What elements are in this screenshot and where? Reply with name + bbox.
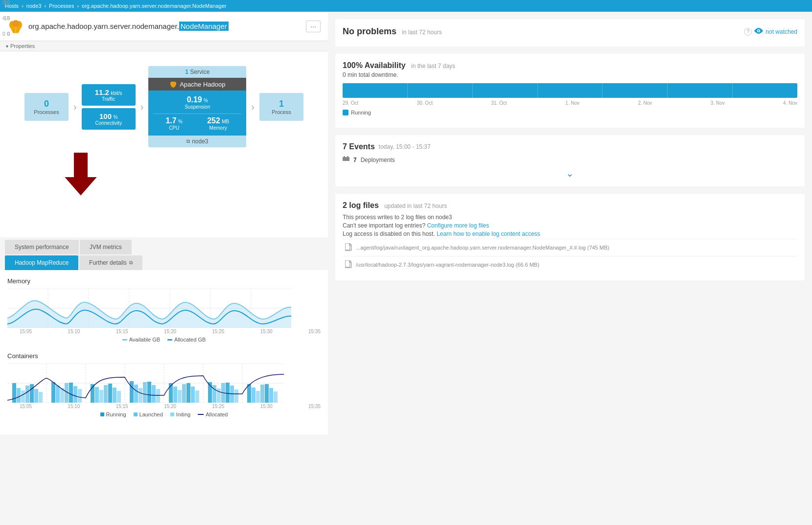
enable-log-link[interactable]: Learn how to enable log content access [437,230,540,237]
chevron-down-icon[interactable]: ⌄ [343,167,797,179]
svg-rect-65 [212,385,216,403]
properties-label: Properties [10,43,35,49]
tab-system-performance[interactable]: System performance [5,240,79,254]
left-panel: org.apache.hadoop.yarn.server.nodemanage… [0,12,328,525]
svg-rect-56 [156,389,160,403]
diagram-area: 0 Processes › 11.2 kbit/s Traffic 100 % … [0,51,328,237]
timeline-dates: 29. Oct30. Oct31. Oct1. Nov2. Nov3. Nov4… [343,100,797,106]
tab-further-details[interactable]: Further details ⧉ [79,255,142,270]
arrow-right-3: › [251,101,255,113]
svg-rect-40 [69,383,73,403]
breadcrumb-nodemanager[interactable]: org.apache.hadoop.yarn.server.nodemanage… [82,3,226,9]
deployments-row: 7 Deployments [343,156,797,163]
service-label-box[interactable]: 1 Service [148,66,246,78]
connectivity-metric[interactable]: 100 % Connectivity [82,108,136,130]
tabs-row-2: Hadoop MapReduce Further details ⧉ [5,255,323,270]
tab-hadoop-mapreduce[interactable]: Hadoop MapReduce [5,255,78,270]
no-problems-left: No problems in last 72 hours [343,26,442,37]
connectivity-label: Connectivity [88,120,130,126]
svg-point-9 [172,82,175,85]
cpu-memory-row: 1.7 % CPU 252 MB Memory [153,116,241,131]
svg-rect-47 [108,384,112,403]
svg-rect-76 [269,388,273,403]
breadcrumb: Hosts › node3 › Processes › org.apache.h… [0,0,812,12]
hadoop-small-icon [169,80,177,88]
legend-initing: Initing [170,411,190,417]
no-problems-card: No problems in last 72 hours ? not watch… [335,19,805,46]
svg-rect-71 [247,384,251,403]
processes-box[interactable]: 0 Processes [24,93,69,121]
svg-point-4 [12,26,15,33]
no-problems-subtitle: in last 72 hours [402,29,441,36]
process-box[interactable]: 1 Process [259,93,303,121]
running-indicator [343,110,348,115]
memory-x-axis: 15:0515:1015:1515:2015:2515:3015:35 [7,329,321,334]
svg-rect-34 [34,389,38,403]
timeline-legend: Running [343,110,797,115]
events-subtitle: today, 15:00 - 15:37 [379,143,431,150]
svg-rect-45 [99,390,103,403]
process-label: Process [267,109,296,115]
events-header: 7 Events today, 15:00 - 15:37 [343,142,797,151]
properties-bar[interactable]: ▾ Properties [0,41,328,51]
suspension-metric: 0.19 % Suspension [185,95,210,110]
memory-chart-section: Memory 10 5 0 [7,277,321,342]
svg-rect-82 [347,156,348,157]
traffic-label: Traffic [88,96,130,102]
svg-rect-63 [195,390,199,403]
breadcrumb-processes[interactable]: Processes [49,3,74,9]
svg-rect-35 [39,392,43,403]
process-header: org.apache.hadoop.yarn.server.nodemanage… [0,12,328,41]
svg-marker-10 [64,152,98,196]
legend-allocated: Allocated [198,411,228,417]
charts-area: Memory 10 5 0 [0,270,328,434]
svg-rect-70 [234,389,238,403]
memory-chart-svg [7,289,291,328]
apache-hadoop-box[interactable]: Apache Hadoop [148,78,246,91]
configure-log-link[interactable]: Configure more log files [427,222,489,229]
service-container: 1 Service Apache Hadoop [148,66,246,147]
log-files-subtitle: updated in last 72 hours [384,203,447,209]
tab-jvm-metrics[interactable]: JVM metrics [80,240,132,254]
svg-rect-68 [226,383,230,403]
more-button[interactable]: ··· [306,21,321,32]
processes-count: 0 [32,99,61,109]
containers-x-axis: 15:0515:1015:1515:2015:2515:3015:35 [7,404,321,409]
svg-rect-61 [186,383,190,403]
metrics-box[interactable]: 0.19 % Suspension 1.7 % CPU [148,91,246,136]
help-icon: ? [744,28,752,36]
traffic-metric[interactable]: 11.2 kbit/s Traffic [82,84,136,106]
apache-hadoop-label: Apache Hadoop [180,81,225,88]
deployments-icon [343,156,349,163]
legend-running: Running [100,411,126,417]
service-count: 1 [185,68,188,75]
containers-chart-section: Containers 20 10 0 [7,352,321,417]
log-info-line3: Log access is disabled on this host. Lea… [343,230,797,237]
right-panel: No problems in last 72 hours ? not watch… [328,12,812,525]
svg-rect-46 [104,385,108,403]
svg-rect-49 [117,391,121,403]
svg-rect-59 [178,390,182,403]
log-info-line2: Can't see important log entries? Configu… [343,222,797,229]
watch-area[interactable]: ? not watched [744,28,797,36]
log-file-row-1[interactable]: ...agent/log/java/ruxitagent_org.apache.… [343,239,797,256]
svg-rect-41 [73,386,77,403]
node-box[interactable]: ⧉ node3 [148,136,246,147]
deployments-count: 7 [353,157,357,163]
tabs-container: System performance JVM metrics Hadoop Ma… [0,237,328,270]
traffic-unit: kbit/s [111,91,122,96]
no-problems-header: No problems in last 72 hours ? not watch… [343,26,797,37]
running-label: Running [351,110,371,115]
memory-metric: 252 MB Memory [207,116,229,131]
breadcrumb-node3[interactable]: node3 [26,3,42,9]
svg-rect-37 [56,386,60,403]
deployments-label: Deployments [361,157,395,163]
log-files-title: 2 log files [343,201,379,209]
connectivity-value: 100 [99,112,112,120]
log-info-line1: This process writes to 2 log files on no… [343,214,797,221]
svg-rect-29 [12,383,16,403]
log-file-row-2[interactable]: /usr/local/hadoop-2.7.3/logs/yarn-vagran… [343,256,797,273]
containers-chart-title: Containers [7,352,321,360]
svg-rect-60 [182,384,186,403]
svg-rect-31 [21,390,25,403]
